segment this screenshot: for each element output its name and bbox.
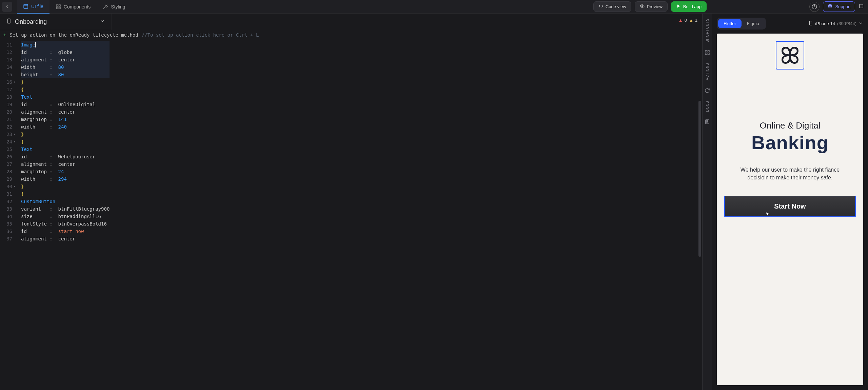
preview-label: Preview [647, 4, 663, 9]
code-view-button[interactable]: Code view [593, 1, 631, 12]
code-line[interactable]: CustomButton [21, 198, 110, 205]
code-line[interactable]: id : OnlineDigital [21, 101, 110, 108]
phone-icon [808, 20, 813, 27]
support-button[interactable]: Support [823, 1, 855, 12]
code-line[interactable]: width : 80 [21, 63, 110, 71]
scrollbar[interactable] [698, 101, 701, 257]
back-button[interactable] [2, 2, 12, 12]
seg-figma[interactable]: Figma [742, 19, 765, 28]
svg-rect-0 [24, 4, 28, 8]
code-line[interactable]: { [21, 190, 110, 198]
tab-label: Styling [111, 4, 125, 9]
svg-rect-1 [56, 5, 58, 6]
code-line[interactable]: width : 240 [21, 123, 110, 131]
svg-rect-2 [59, 5, 60, 6]
code-line[interactable]: alignment : center [21, 160, 110, 168]
device-name: iPhone 14 [815, 21, 835, 26]
ui-file-icon [23, 4, 28, 9]
start-now-label: Start Now [774, 202, 806, 210]
svg-rect-4 [59, 7, 60, 9]
device-dims: (390*844) [837, 21, 856, 26]
code-line[interactable]: alignment : center [21, 108, 110, 116]
code-line[interactable]: alignment : center [21, 56, 110, 63]
code-line[interactable]: id : Wehelpouruser [21, 153, 110, 160]
start-now-button[interactable]: Start Now [724, 196, 856, 217]
plus-icon: + [3, 32, 6, 38]
file-header: Onboarding [0, 14, 112, 30]
discord-icon [827, 3, 833, 10]
code-line[interactable]: width : 294 [21, 175, 110, 183]
svg-rect-11 [705, 53, 707, 55]
action-hint-text: Set up action on the onReady lifecycle m… [9, 32, 138, 38]
side-actions[interactable]: ACTIONS [706, 63, 709, 80]
tab-components[interactable]: Components [50, 0, 97, 14]
code-line[interactable]: marginTop : 141 [21, 116, 110, 123]
tab-label: Components [64, 4, 91, 9]
code-line[interactable]: size : btnPaddingAll16 [21, 213, 110, 220]
error-count: 0 [685, 18, 687, 23]
code-line[interactable]: height : 80 [21, 71, 110, 78]
eye-icon [640, 4, 645, 9]
code-line[interactable]: variant : btnFillBluegray900 [21, 205, 110, 213]
side-strip: SHORTCUTS ACTIONS DOCS [703, 14, 712, 390]
preview-button[interactable]: Preview [635, 1, 668, 12]
code-editor[interactable]: 111213141516▾17181920212223▾24▾252627282… [0, 40, 702, 390]
problem-counters[interactable]: ▲ 0 ▲ 1 [678, 18, 697, 23]
warning-count: 1 [695, 18, 697, 23]
svg-rect-9 [705, 51, 707, 52]
code-line[interactable]: } [21, 183, 110, 190]
main: Onboarding ▲ 0 ▲ 1 + Set up action on th… [0, 14, 868, 390]
error-icon: ▲ [678, 18, 683, 23]
action-hint-comment: //To set up action click here or Ctrl + … [142, 32, 259, 38]
code-line[interactable]: Text [21, 145, 110, 153]
code-line[interactable]: id : start now [21, 228, 110, 235]
code-line[interactable]: Text [21, 93, 110, 101]
tab-ui-file[interactable]: UI file [17, 0, 50, 14]
knot-icon [779, 44, 801, 66]
grid-icon[interactable] [705, 50, 710, 55]
warning-icon: ▲ [689, 18, 693, 23]
action-hint-bar[interactable]: + Set up action on the onReady lifecycle… [0, 30, 702, 40]
svg-point-5 [642, 5, 643, 7]
build-app-button[interactable]: Build app [671, 1, 707, 12]
tab-label: UI file [31, 4, 43, 9]
code-line[interactable]: id : globe [21, 48, 110, 56]
device-select[interactable]: iPhone 14 (390*844) [808, 20, 863, 27]
help-button[interactable] [809, 2, 820, 12]
expand-icon[interactable] [859, 3, 864, 10]
chevron-down-icon[interactable] [99, 18, 105, 25]
svg-rect-8 [7, 19, 10, 23]
file-name: Onboarding [15, 18, 47, 25]
app-logo[interactable] [776, 41, 804, 70]
side-shortcuts[interactable]: SHORTCUTS [706, 18, 709, 42]
seg-flutter[interactable]: Flutter [718, 19, 742, 28]
preview-panel: Flutter Figma iPhone 14 (390*844) [712, 14, 868, 390]
editor-panel: Onboarding ▲ 0 ▲ 1 + Set up action on th… [0, 14, 703, 390]
cursor-icon [765, 211, 770, 218]
topbar: UI file Components Styling Code view [0, 0, 868, 14]
preview-header: Flutter Figma iPhone 14 (390*844) [712, 14, 868, 34]
code-line[interactable]: { [21, 138, 110, 145]
code-line[interactable]: } [21, 78, 110, 86]
code-line[interactable]: } [21, 131, 110, 138]
svg-rect-12 [708, 53, 709, 55]
code-line[interactable]: fontStyle : btnOverpassBold16 [21, 220, 110, 228]
code-view-label: Code view [606, 4, 626, 9]
code-line[interactable]: { [21, 86, 110, 93]
components-icon [56, 4, 61, 9]
svg-rect-14 [810, 21, 812, 25]
onboarding-title: Online & Digital [760, 120, 820, 131]
doc-icon[interactable] [705, 119, 710, 124]
support-label: Support [835, 4, 851, 9]
refresh-icon[interactable] [705, 88, 710, 93]
code-line[interactable]: marginTop : 24 [21, 168, 110, 175]
code-line[interactable]: alignment : center [21, 235, 110, 242]
side-docs[interactable]: DOCS [706, 101, 709, 112]
code-icon [598, 4, 603, 9]
svg-rect-10 [708, 51, 709, 52]
styling-icon [103, 4, 108, 9]
tab-styling[interactable]: Styling [97, 0, 131, 14]
svg-rect-3 [56, 7, 58, 9]
framework-segmented: Flutter Figma [717, 18, 766, 30]
code-line[interactable]: Image [21, 41, 110, 48]
